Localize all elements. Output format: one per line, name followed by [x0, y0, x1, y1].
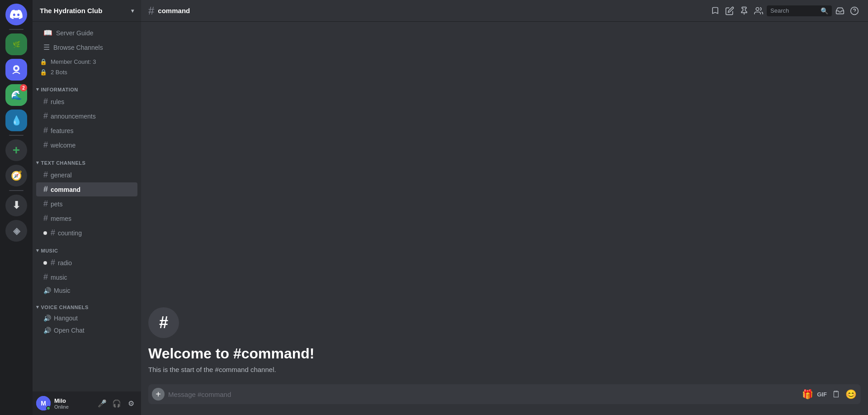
- speaker-icon: 🔊: [43, 327, 51, 334]
- server-icon-hydration[interactable]: 💧: [5, 110, 27, 131]
- threads-button[interactable]: [709, 5, 722, 17]
- channel-pets[interactable]: # pets: [36, 197, 137, 211]
- channel-counting[interactable]: # counting: [36, 226, 137, 240]
- nitro-button[interactable]: ◈: [5, 220, 27, 242]
- category-text-channels[interactable]: ▾ TEXT CHANNELS: [33, 153, 141, 167]
- channel-general[interactable]: # general: [36, 168, 137, 182]
- gift-button[interactable]: 🎁: [801, 388, 814, 401]
- category-voice-channels[interactable]: ▾ VOICE CHANNELS: [33, 297, 141, 312]
- unread-dot: [43, 231, 47, 235]
- server-name: The Hydration Club: [40, 7, 102, 14]
- channel-counting-name: counting: [58, 229, 82, 237]
- channel-hash-icon: #: [148, 5, 154, 17]
- server-guide-label: Server Guide: [56, 29, 93, 37]
- channel-music-text-name: music: [51, 274, 67, 281]
- browse-channels-item[interactable]: ☰ Browse Channels: [36, 40, 137, 54]
- headset-button[interactable]: 🎧: [110, 397, 123, 410]
- server-icon-2[interactable]: [5, 59, 27, 81]
- channel-rules[interactable]: # rules: [36, 95, 137, 109]
- members-button[interactable]: [752, 5, 765, 17]
- bots-item[interactable]: 🔒 2 Bots: [36, 67, 137, 77]
- search-bar[interactable]: 🔍: [767, 5, 832, 16]
- user-controls: 🎤 🎧 ⚙: [96, 397, 137, 410]
- arrow-icon: ▾: [36, 160, 39, 166]
- notification-badge: 2: [20, 84, 27, 91]
- channel-announcements-name: announcements: [51, 113, 96, 120]
- user-status: Online: [54, 404, 92, 410]
- add-server-button[interactable]: +: [5, 139, 27, 161]
- channel-hangout[interactable]: 🔊 Hangout: [36, 312, 137, 324]
- channel-features-name: features: [51, 127, 74, 134]
- channel-music-voice[interactable]: 🔊 Music: [36, 285, 137, 296]
- explore-button[interactable]: 🧭: [5, 165, 27, 186]
- emoji-button[interactable]: 😊: [844, 388, 857, 401]
- channel-header-name: command: [158, 7, 190, 14]
- username: Milo: [54, 397, 92, 404]
- hash-icon: #: [51, 228, 55, 238]
- add-attachment-button[interactable]: +: [152, 388, 165, 401]
- sticker-button[interactable]: 🗒: [830, 388, 843, 401]
- welcome-icon: #: [148, 307, 179, 338]
- channel-command[interactable]: # command: [36, 182, 137, 196]
- message-input[interactable]: [168, 391, 797, 398]
- message-input-area: + 🎁 GIF 🗒 😊: [141, 384, 868, 415]
- channel-announcements[interactable]: # announcements: [36, 109, 137, 123]
- hash-icon: #: [43, 97, 48, 106]
- sidebar-nav: 📖 Server Guide ☰ Browse Channels 🔒 Membe…: [33, 22, 141, 391]
- server-icon-3[interactable]: 🌊 2: [5, 84, 27, 106]
- category-voice-label: VOICE CHANNELS: [41, 305, 89, 310]
- svg-point-5: [756, 7, 759, 10]
- discord-home-button[interactable]: [5, 4, 27, 25]
- hash-icon: #: [43, 185, 48, 194]
- channel-header-right: 🔍: [709, 5, 861, 17]
- channel-music-text[interactable]: # music: [36, 270, 137, 284]
- channel-hangout-name: Hangout: [54, 315, 78, 322]
- channel-memes[interactable]: # memes: [36, 211, 137, 225]
- member-count-item[interactable]: 🔒 Member Count: 3: [36, 57, 137, 67]
- hash-icon: #: [43, 199, 48, 209]
- help-button[interactable]: [848, 5, 861, 17]
- edit-button[interactable]: [723, 5, 736, 17]
- member-count-section: 🔒 Member Count: 3 🔒 2 Bots: [33, 55, 141, 79]
- svg-point-1: [15, 67, 18, 70]
- inbox-button[interactable]: [834, 5, 846, 17]
- svg-text:M: M: [41, 400, 46, 407]
- server-list: 🌿 🌊 2 💧 + 🧭 ⬇ ◈: [0, 0, 33, 415]
- hash-icon: #: [43, 111, 48, 121]
- settings-button[interactable]: ⚙: [125, 397, 137, 410]
- category-information-label: INFORMATION: [41, 87, 78, 92]
- channel-header: # command: [141, 0, 868, 22]
- download-button[interactable]: ⬇: [5, 195, 27, 216]
- channel-welcome-name: welcome: [51, 142, 75, 149]
- hash-icon: #: [43, 126, 48, 135]
- microphone-button[interactable]: 🎤: [96, 397, 108, 410]
- server-guide-item[interactable]: 📖 Server Guide: [36, 26, 137, 40]
- search-input[interactable]: [770, 7, 819, 14]
- category-music[interactable]: ▾ MUSIC: [33, 240, 141, 255]
- server-icon-1[interactable]: 🌿: [5, 33, 27, 55]
- chevron-down-icon: ▾: [131, 8, 134, 14]
- channel-radio[interactable]: # radio: [36, 256, 137, 270]
- welcome-desc: This is the start of the #command channe…: [148, 366, 861, 373]
- channel-radio-name: radio: [58, 259, 72, 267]
- member-count-label: Member Count: 3: [51, 58, 96, 65]
- message-input-box: + 🎁 GIF 🗒 😊: [148, 384, 861, 404]
- arrow-icon: ▾: [36, 248, 39, 253]
- channel-features[interactable]: # features: [36, 124, 137, 138]
- category-information[interactable]: ▾ INFORMATION: [33, 79, 141, 94]
- status-dot: [46, 406, 51, 410]
- category-text-label: TEXT CHANNELS: [41, 160, 86, 166]
- user-info: Milo Online: [54, 397, 92, 410]
- pin-button[interactable]: [738, 5, 750, 17]
- server-divider-2: [9, 135, 24, 136]
- gif-button[interactable]: GIF: [816, 388, 828, 401]
- channel-sidebar: The Hydration Club ▾ 📖 Server Guide ☰ Br…: [33, 0, 141, 415]
- speaker-icon: 🔊: [43, 315, 51, 322]
- lock-icon: 🔒: [40, 58, 47, 65]
- channel-open-chat[interactable]: 🔊 Open Chat: [36, 324, 137, 336]
- server-divider-3: [9, 190, 24, 191]
- channel-command-name: command: [51, 186, 80, 193]
- channel-welcome[interactable]: # welcome: [36, 138, 137, 152]
- speaker-icon: 🔊: [43, 287, 51, 294]
- server-header[interactable]: The Hydration Club ▾: [33, 0, 141, 22]
